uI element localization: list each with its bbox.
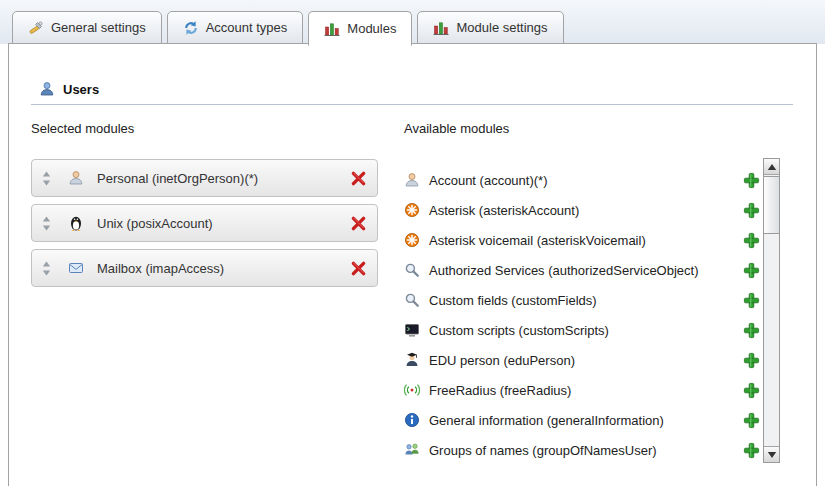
available-module-row: Authorized Services (authorizedServiceOb… xyxy=(404,255,760,285)
tab-account-types[interactable]: Account types xyxy=(167,11,304,44)
tab-label: General settings xyxy=(51,20,146,35)
remove-module-button[interactable] xyxy=(350,215,367,232)
add-module-button[interactable] xyxy=(743,322,760,339)
available-module-row: Custom scripts (customScripts) xyxy=(404,315,760,345)
available-module-row: FreeRadius (freeRadius) xyxy=(404,375,760,405)
add-module-button[interactable] xyxy=(743,232,760,249)
drag-handle-icon[interactable] xyxy=(42,171,51,186)
group-icon xyxy=(404,442,420,458)
add-module-button[interactable] xyxy=(743,442,760,459)
selected-module-row[interactable]: Mailbox (imapAccess) xyxy=(31,249,378,287)
antenna-icon xyxy=(404,382,420,398)
section-divider xyxy=(31,104,793,105)
penguin-icon xyxy=(68,215,84,231)
selected-module-label: Unix (posixAccount) xyxy=(97,216,213,231)
available-modules-heading: Available modules xyxy=(404,121,509,136)
drag-handle-icon[interactable] xyxy=(42,261,51,276)
tab-modules[interactable]: Modules xyxy=(308,11,412,46)
person-icon xyxy=(68,170,84,186)
asterisk-icon xyxy=(404,232,420,248)
available-module-row: Custom fields (customFields) xyxy=(404,285,760,315)
available-module-row: Asterisk (asteriskAccount) xyxy=(404,195,760,225)
person-icon xyxy=(404,172,420,188)
selected-modules-heading: Selected modules xyxy=(31,121,134,136)
available-module-label: General information (generalInformation) xyxy=(429,413,664,428)
available-modules-list: Account (account)(*)Asterisk (asteriskAc… xyxy=(404,165,760,465)
available-module-label: Asterisk voicemail (asteriskVoicemail) xyxy=(429,233,646,248)
tab-general-settings[interactable]: General settings xyxy=(12,11,162,44)
available-module-label: Account (account)(*) xyxy=(429,173,548,188)
tab-module-settings[interactable]: Module settings xyxy=(417,11,563,44)
available-module-row: General information (generalInformation) xyxy=(404,405,760,435)
selected-module-row[interactable]: Personal (inetOrgPerson)(*) xyxy=(31,159,378,197)
add-module-button[interactable] xyxy=(743,382,760,399)
scrollbar-thumb[interactable] xyxy=(764,176,779,234)
available-module-label: Asterisk (asteriskAccount) xyxy=(429,203,579,218)
scrollbar-up-button[interactable] xyxy=(764,159,779,175)
available-module-row: Account (account)(*) xyxy=(404,165,760,195)
refresh-icon xyxy=(183,20,199,36)
tab-label: Module settings xyxy=(456,20,547,35)
magnifier-icon xyxy=(404,292,420,308)
tab-label: Account types xyxy=(206,20,288,35)
section-header: Users xyxy=(39,81,99,97)
mail-icon xyxy=(68,260,84,276)
info-icon xyxy=(404,412,420,428)
chart-icon xyxy=(433,20,449,36)
available-module-label: Authorized Services (authorizedServiceOb… xyxy=(429,263,699,278)
available-module-label: EDU person (eduPerson) xyxy=(429,353,575,368)
magnifier-icon xyxy=(404,262,420,278)
available-module-row: Asterisk voicemail (asteriskVoicemail) xyxy=(404,225,760,255)
configuration-panel: Users Selected modules Available modules… xyxy=(8,43,817,486)
available-module-label: Custom fields (customFields) xyxy=(429,293,597,308)
add-module-button[interactable] xyxy=(743,202,760,219)
selected-module-label: Mailbox (imapAccess) xyxy=(97,261,224,276)
user-icon xyxy=(39,81,55,97)
available-module-row: Groups of names (groupOfNamesUser) xyxy=(404,435,760,465)
add-module-button[interactable] xyxy=(743,292,760,309)
terminal-icon xyxy=(404,322,420,338)
selected-module-row[interactable]: Unix (posixAccount) xyxy=(31,204,378,242)
add-module-button[interactable] xyxy=(743,352,760,369)
section-title: Users xyxy=(63,82,99,97)
selected-modules-list: Personal (inetOrgPerson)(*)Unix (posixAc… xyxy=(31,159,378,294)
add-module-button[interactable] xyxy=(743,412,760,429)
available-modules-scrollbar[interactable] xyxy=(763,158,780,463)
available-module-row: EDU person (eduPerson) xyxy=(404,345,760,375)
tab-label: Modules xyxy=(347,21,396,36)
tab-bar: General settingsAccount typesModulesModu… xyxy=(12,11,564,46)
selected-module-label: Personal (inetOrgPerson)(*) xyxy=(97,171,258,186)
available-module-label: FreeRadius (freeRadius) xyxy=(429,383,571,398)
graduate-icon xyxy=(404,352,420,368)
add-module-button[interactable] xyxy=(743,172,760,189)
chart-icon xyxy=(324,21,340,37)
drag-handle-icon[interactable] xyxy=(42,216,51,231)
available-module-label: Custom scripts (customScripts) xyxy=(429,323,609,338)
available-module-label: Groups of names (groupOfNamesUser) xyxy=(429,443,657,458)
remove-module-button[interactable] xyxy=(350,260,367,277)
scrollbar-down-button[interactable] xyxy=(764,446,779,462)
remove-module-button[interactable] xyxy=(350,170,367,187)
asterisk-icon xyxy=(404,202,420,218)
add-module-button[interactable] xyxy=(743,262,760,279)
tools-icon xyxy=(28,20,44,36)
